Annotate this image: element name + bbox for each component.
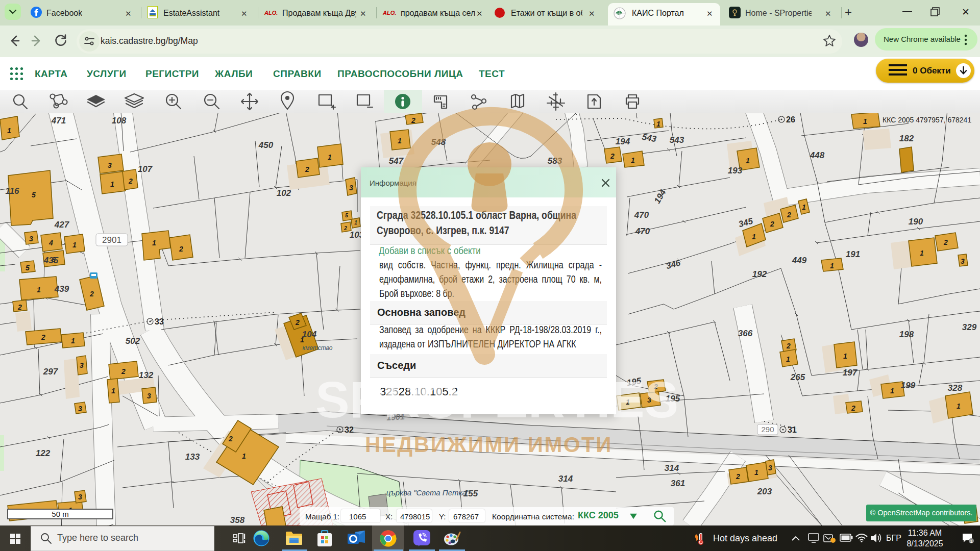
svg-text:НЕДВИЖИМИ ИМОТИ: НЕДВИЖИМИ ИМОТИ bbox=[365, 433, 612, 457]
svg-text:1: 1 bbox=[970, 539, 972, 544]
svg-text:SPROPERTIES: SPROPERTIES bbox=[315, 371, 678, 428]
